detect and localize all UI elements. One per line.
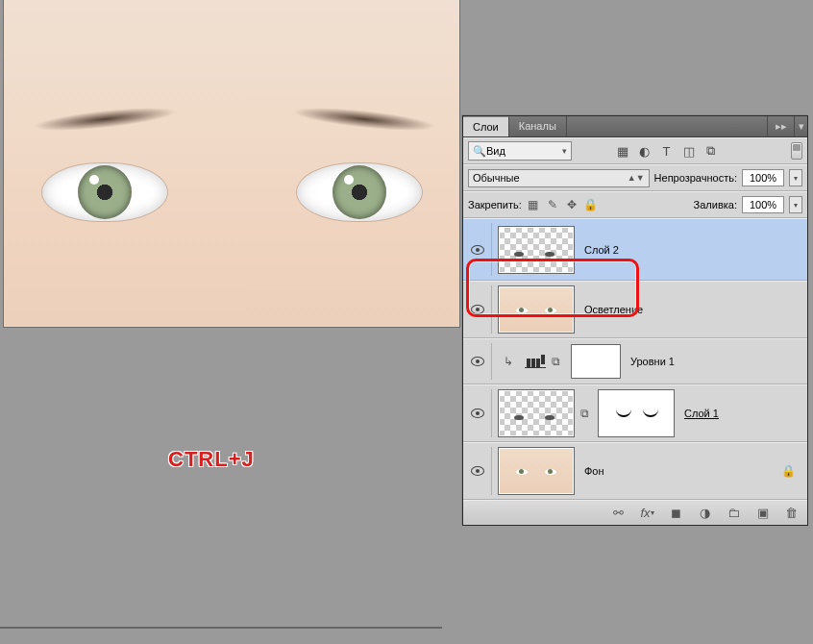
layer-style-button[interactable]: fx▾ [639, 505, 655, 521]
filter-shape-icon[interactable]: ◫ [681, 144, 696, 159]
opacity-label: Непрозрачность: [654, 172, 737, 184]
chevron-down-icon: ▲▼ [628, 173, 645, 183]
layer-thumbnail[interactable] [498, 285, 575, 334]
layer-row[interactable]: Фон 🔒 [463, 442, 807, 500]
layer-thumbnail[interactable] [498, 226, 575, 274]
canvas-area: CTRL+J [0, 0, 462, 644]
layer-filter-kind[interactable]: 🔍 Вид ▾ [468, 141, 572, 161]
visibility-toggle[interactable] [471, 466, 484, 476]
image-content [297, 163, 422, 221]
layer-list: Слой 2 Осветление ↳ ⧉ Уровни 1 ⧉ [463, 218, 807, 500]
document[interactable] [4, 0, 459, 327]
visibility-toggle[interactable] [471, 357, 484, 366]
visibility-toggle[interactable] [471, 305, 484, 314]
layer-row[interactable]: Осветление [463, 281, 807, 338]
fill-dropdown[interactable]: ▾ [789, 196, 802, 213]
filter-kind-value: Вид [486, 145, 554, 157]
opacity-field[interactable]: 100% [742, 169, 784, 186]
filter-toggle[interactable] [791, 142, 802, 160]
image-content [42, 163, 167, 221]
mask-link-icon[interactable]: ⧉ [549, 355, 562, 368]
lock-transparent-icon[interactable]: ▦ [527, 198, 540, 211]
divider [0, 627, 442, 629]
new-layer-button[interactable]: ▣ [754, 505, 771, 521]
layer-name[interactable]: Осветление [584, 304, 643, 315]
fill-field[interactable]: 100% [742, 196, 784, 213]
layer-filter-row: 🔍 Вид ▾ ▦ ◐ T ◫ ⧉ [463, 137, 807, 164]
layer-mask-thumbnail[interactable] [571, 344, 621, 379]
filter-adjust-icon[interactable]: ◐ [637, 144, 652, 159]
opacity-dropdown[interactable]: ▾ [789, 169, 802, 186]
visibility-toggle[interactable] [471, 409, 484, 418]
lock-icon: 🔒 [781, 464, 796, 478]
filter-pixel-icon[interactable]: ▦ [615, 144, 629, 159]
add-adjustment-button[interactable]: ◑ [697, 505, 713, 521]
blend-mode-select[interactable]: Обычные ▲▼ [468, 169, 650, 187]
lock-all-icon[interactable]: 🔒 [584, 198, 598, 211]
search-icon: 🔍 [473, 145, 486, 158]
fill-label: Заливка: [694, 199, 737, 211]
layer-name[interactable]: Слой 1 [684, 408, 719, 419]
filter-smart-icon[interactable]: ⧉ [703, 144, 718, 159]
panel-header: Слои Каналы ▸▸ ▾ [463, 116, 807, 137]
layer-name[interactable]: Фон [584, 465, 604, 477]
panel-footer: ⚯ fx▾ ◼ ◑ 🗀 ▣ 🗑 [463, 500, 807, 525]
shortcut-annotation: CTRL+J [168, 447, 255, 472]
blend-mode-value: Обычные [473, 172, 520, 184]
layer-row[interactable]: ⧉ Слой 1 [463, 384, 807, 442]
blend-row: Обычные ▲▼ Непрозрачность: 100% ▾ [463, 164, 807, 191]
levels-adjustment-icon[interactable] [525, 351, 546, 372]
filter-type-icon[interactable]: T [659, 144, 674, 159]
layer-name[interactable]: Уровни 1 [630, 356, 675, 367]
visibility-toggle[interactable] [471, 245, 484, 255]
tab-layers[interactable]: Слои [463, 116, 509, 136]
lock-position-icon[interactable]: ✥ [565, 198, 579, 211]
lock-row: Закрепить: ▦ ✎ ✥ 🔒 Заливка: 100% ▾ [463, 191, 807, 218]
panel-menu-icon[interactable]: ▸▸ [767, 116, 794, 136]
mask-link-icon[interactable]: ⧉ [578, 407, 591, 420]
clip-indicator-icon: ↳ [502, 355, 515, 368]
image-content [32, 103, 177, 136]
image-content [291, 103, 436, 136]
tab-channels[interactable]: Каналы [509, 116, 567, 136]
layer-name[interactable]: Слой 2 [584, 244, 619, 256]
link-layers-button[interactable]: ⚯ [610, 505, 627, 521]
lock-pixels-icon[interactable]: ✎ [546, 198, 559, 211]
add-mask-button[interactable]: ◼ [668, 505, 684, 521]
layer-mask-thumbnail[interactable] [598, 389, 675, 437]
layer-row[interactable]: ↳ ⧉ Уровни 1 [463, 338, 807, 384]
layers-panel: Слои Каналы ▸▸ ▾ 🔍 Вид ▾ ▦ ◐ T ◫ ⧉ Обычн… [462, 115, 808, 526]
layer-thumbnail[interactable] [498, 447, 575, 495]
panel-collapse-icon[interactable]: ▾ [794, 116, 807, 136]
lock-label: Закрепить: [468, 199, 522, 211]
layer-row[interactable]: Слой 2 [463, 218, 807, 281]
layer-thumbnail[interactable] [498, 389, 575, 437]
delete-layer-button[interactable]: 🗑 [783, 505, 800, 521]
new-group-button[interactable]: 🗀 [726, 505, 742, 521]
